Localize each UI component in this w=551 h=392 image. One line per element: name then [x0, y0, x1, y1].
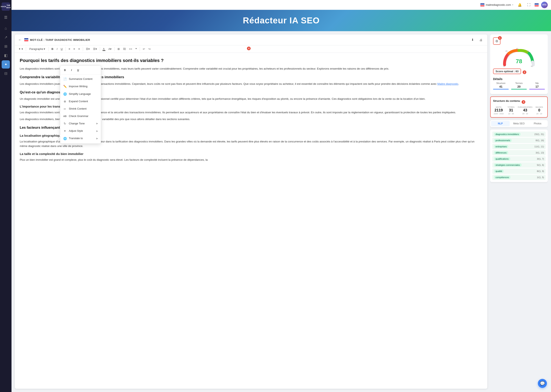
sidebar: HACK THE SEO! ☰ ⌂ ↗ ⊞ ◧ ✦ ⊟ [0, 0, 12, 392]
toolbar-separator-4 [83, 47, 83, 51]
detail-termes-label: Termes [511, 82, 527, 84]
detail-structure-label: Structure [493, 82, 509, 84]
keyword-item-5: stratégies commerciales 5/(1, 6) [492, 162, 546, 168]
toolbar-align-left-btn[interactable]: ≡ [67, 47, 72, 51]
structure-grid: MOTS 2119 2100 - 2416 TITRES 31 22 - 25 … [493, 106, 545, 115]
summarize-icon: 📄 [63, 77, 67, 81]
sidebar-item-analytics[interactable]: ↗ [2, 33, 10, 42]
detail-termes-bar [511, 89, 527, 90]
toolbar-link-btn[interactable]: ⛓ [122, 47, 127, 51]
toolbar-indent-btn[interactable]: ☰▾ [92, 47, 98, 51]
sidebar-item-home[interactable]: ⌂ [2, 24, 10, 32]
svg-text:0: 0 [503, 65, 504, 67]
detail-nlp-value: 17 [529, 85, 545, 88]
expand-icon[interactable]: ⛶ [526, 2, 532, 8]
float-bold-btn[interactable]: B [62, 68, 68, 73]
section-para-6: Plus un bien immobilier est grand et com… [20, 158, 482, 162]
floating-context-toolbar: B I U 📄 Summarize Content ✏️ Improve Wri… [60, 65, 101, 144]
toolbar-italic-btn[interactable]: I [56, 47, 59, 51]
toolbar-separator-2 [49, 47, 49, 51]
toolbar-image-btn[interactable]: ⊞ [116, 47, 121, 51]
context-menu-summarize[interactable]: 📄 Summarize Content [60, 75, 101, 83]
menu-icon[interactable]: ☰ [2, 14, 9, 21]
context-menu-simplify[interactable]: 🌐 Simplify Language [60, 90, 101, 98]
keyword-tag-7: compétences [494, 176, 510, 179]
translate-icon: 🌐 [63, 136, 67, 141]
score-optimal-row: Score optimal : 63 2 [493, 69, 545, 76]
france-flag-icon [480, 3, 484, 6]
language-flag-icon [535, 3, 539, 6]
toolbar-list-btn[interactable]: ☰▾ [85, 47, 91, 51]
grammar-icon: AB [63, 114, 67, 118]
svg-text:78: 78 [516, 58, 522, 64]
sidebar-item-ai-writer[interactable]: ✦ [2, 60, 10, 69]
toolbar-style-btn[interactable]: ✦ ▾ [17, 47, 24, 51]
struct-titres-range: 22 - 25 [505, 113, 516, 115]
toolbar-highlight-btn[interactable]: A▾ [107, 47, 113, 51]
sidebar-item-plugins[interactable]: ⊞ [2, 42, 10, 50]
struct-mots-range: 2100 - 2416 [493, 113, 504, 115]
svg-text:60: 60 [527, 50, 529, 52]
nlp-tabs: NLP Meta SEO Photos [490, 120, 548, 127]
toolbar-undo-btn[interactable]: ↩ [142, 47, 146, 51]
header-domain: maitrediagnostic.com ▾ [480, 3, 513, 6]
toolbar-separator-5 [100, 47, 100, 51]
sidebar-item-editor[interactable]: ◧ [2, 51, 10, 60]
toolbar-quote-btn[interactable]: ❝ [134, 47, 138, 51]
keyword-score-2: 11/(1, 11) [534, 145, 544, 148]
toolbar-paragraph-dropdown[interactable]: Paragraphe ▾ [28, 47, 47, 51]
simplify-label: Simplify Language [69, 92, 91, 96]
notifications-icon[interactable]: 🔔 [516, 2, 523, 8]
float-underline-btn[interactable]: U [75, 68, 81, 73]
keyword-text: MOT-CLÉ : TARIF DIAGNOSTIC IMMOBILIER [30, 38, 90, 42]
toolbar-align-right-btn[interactable]: ≡ [77, 47, 81, 51]
user-avatar[interactable]: HTS [541, 2, 548, 8]
keyword-item-2: entreprises 11/(1, 11) [492, 144, 546, 149]
keyword-tag-5: stratégies commerciales [494, 163, 522, 167]
keyword-tag-1: professionnels [494, 139, 512, 142]
context-menu-translate[interactable]: 🌐 Translate to ▶ [60, 135, 101, 142]
editor-content[interactable]: Pourquoi les tarifs des diagnostics immo… [15, 53, 487, 389]
print-button[interactable]: 🖨 [478, 36, 484, 43]
context-menu-tone[interactable]: ↻ Change Tone ▶ [60, 120, 101, 127]
toolbar-redo-btn[interactable]: ↪ [147, 47, 152, 51]
toolbar-underline-btn[interactable]: U [60, 47, 64, 51]
score-badge-2: 2 [523, 70, 526, 74]
expand-icon: ⊕ [63, 99, 67, 104]
back-button[interactable]: ← [18, 38, 22, 42]
tab-photos[interactable]: Photos [528, 121, 547, 126]
tone-arrow-icon: ▶ [96, 122, 98, 126]
tab-meta-seo[interactable]: Meta SEO [510, 121, 528, 126]
tab-nlp[interactable]: NLP [491, 121, 510, 126]
struct-paragraphes-value: 43 [518, 108, 532, 113]
context-menu-grammar[interactable]: AB Check Grammar [60, 113, 101, 120]
struct-titres: TITRES 31 22 - 25 [505, 106, 516, 115]
editor-panel: ← MOT-CLÉ : TARIF DIAGNOSTIC IMMOBILIER … [15, 35, 487, 389]
float-italic-btn[interactable]: I [69, 68, 74, 73]
context-menu-improve[interactable]: ✏️ Improve Writing [60, 83, 101, 90]
maitre-diagnostic-link[interactable]: Maitre diagnostic [437, 82, 458, 85]
sidebar-nav: ⌂ ↗ ⊞ ◧ ✦ ⊟ [0, 24, 12, 77]
svg-text:20: 20 [505, 50, 508, 52]
structure-card: Structure du contenu 3 MOTS 2119 2100 - … [490, 97, 548, 118]
floating-toolbar-header: B I U [60, 67, 101, 75]
keyword-item-6: qualité 8/(1, 9) [492, 168, 546, 174]
chat-fab-button[interactable]: 💬 [538, 379, 547, 388]
context-menu-shrink[interactable]: ✂ Shrink Content [60, 105, 101, 113]
download-button[interactable]: ⬇ [469, 36, 476, 43]
toolbar-text-color-btn[interactable]: A [102, 47, 107, 51]
struct-images-value: 0 [534, 108, 545, 113]
toolbar-align-center-btn[interactable]: ≡ [72, 47, 76, 51]
keyword-score-1: 8/(1, 16) [536, 139, 544, 142]
context-menu-expand[interactable]: ⊕ Expand Content [60, 98, 101, 105]
style-icon: ✦ [63, 129, 67, 133]
keyword-item-7: compétences 1/(1, 5) [492, 175, 546, 180]
toolbar-bold-btn[interactable]: B [50, 47, 55, 51]
context-menu-style[interactable]: ✦ Adjust Style ▶ [60, 127, 101, 135]
toolbar-separator-3 [65, 47, 66, 51]
keyword-score-7: 1/(1, 5) [537, 176, 544, 179]
sidebar-item-other[interactable]: ⊟ [2, 69, 10, 77]
toolbar-code-btn[interactable]: <> [128, 47, 133, 51]
summarize-label: Summarize Content [69, 77, 93, 81]
translate-arrow-icon: ▶ [96, 137, 98, 140]
